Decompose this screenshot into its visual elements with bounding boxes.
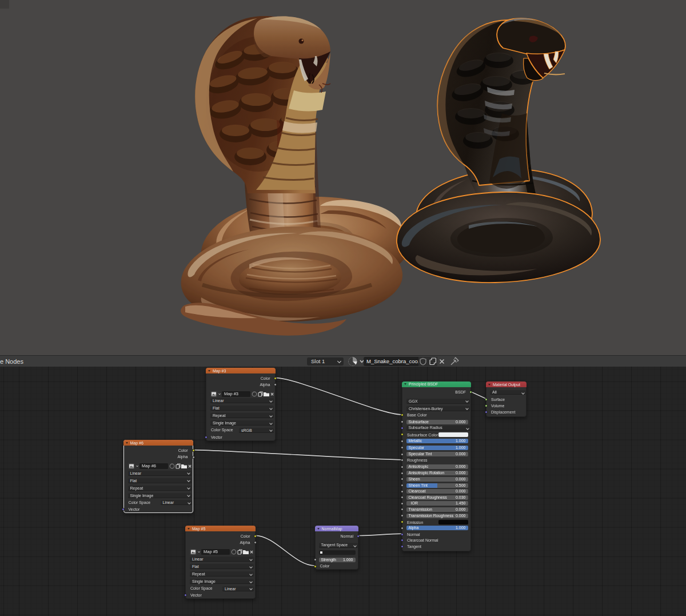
svg-text:Map #6: Map #6: [142, 463, 156, 468]
svg-text:Map #3: Map #3: [224, 391, 238, 396]
svg-text:Map #5: Map #5: [204, 549, 218, 554]
